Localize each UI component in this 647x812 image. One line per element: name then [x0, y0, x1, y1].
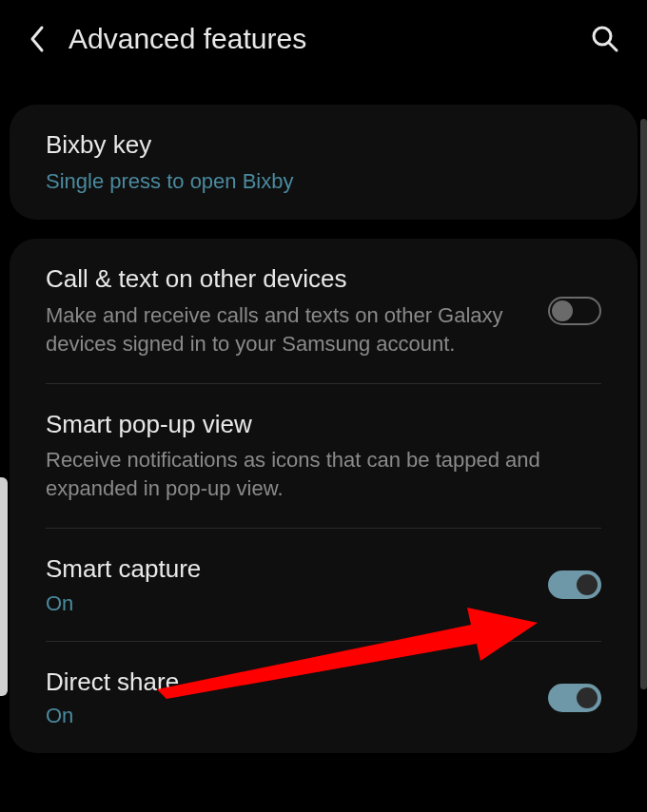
toggle-knob: [577, 687, 598, 708]
item-subtitle: Single press to open Bixby: [46, 167, 601, 196]
edge-panel-handle[interactable]: [0, 477, 8, 696]
scrollbar[interactable]: [640, 119, 647, 689]
call-text-devices-item[interactable]: Call & text on other devices Make and re…: [10, 239, 637, 382]
page-title: Advanced features: [69, 23, 567, 55]
item-text: Call & text on other devices Make and re…: [46, 263, 529, 358]
item-title: Smart capture: [46, 553, 529, 586]
smart-popup-item[interactable]: Smart pop-up view Receive notifications …: [10, 384, 637, 528]
direct-share-toggle[interactable]: [548, 684, 601, 712]
item-text: Smart pop-up view Receive notifications …: [46, 409, 601, 503]
item-title: Smart pop-up view: [46, 409, 601, 441]
item-text: Direct share On: [46, 667, 529, 729]
item-subtitle: Make and receive calls and texts on othe…: [46, 301, 529, 358]
item-status: On: [46, 704, 529, 728]
item-text: Bixby key Single press to open Bixby: [46, 129, 601, 195]
bixby-key-item[interactable]: Bixby key Single press to open Bixby: [10, 105, 637, 220]
toggle-knob: [577, 574, 598, 595]
settings-group-features: Call & text on other devices Make and re…: [10, 239, 637, 753]
item-title: Bixby key: [46, 129, 601, 162]
smart-capture-item[interactable]: Smart capture On: [10, 529, 637, 641]
header: Advanced features: [0, 0, 647, 78]
smart-capture-toggle[interactable]: [548, 570, 601, 599]
search-icon[interactable]: [590, 24, 620, 54]
item-title: Direct share: [46, 667, 529, 699]
item-text: Smart capture On: [46, 553, 529, 616]
back-icon[interactable]: [27, 24, 46, 54]
direct-share-item[interactable]: Direct share On: [10, 642, 637, 754]
toggle-knob: [552, 300, 573, 321]
call-text-devices-toggle[interactable]: [548, 297, 601, 325]
content: Bixby key Single press to open Bixby Cal…: [0, 105, 647, 753]
item-title: Call & text on other devices: [46, 263, 529, 296]
item-subtitle: Receive notifications as icons that can …: [46, 446, 601, 502]
settings-group-bixby: Bixby key Single press to open Bixby: [10, 105, 637, 220]
svg-line-1: [609, 43, 617, 50]
item-status: On: [46, 591, 529, 616]
